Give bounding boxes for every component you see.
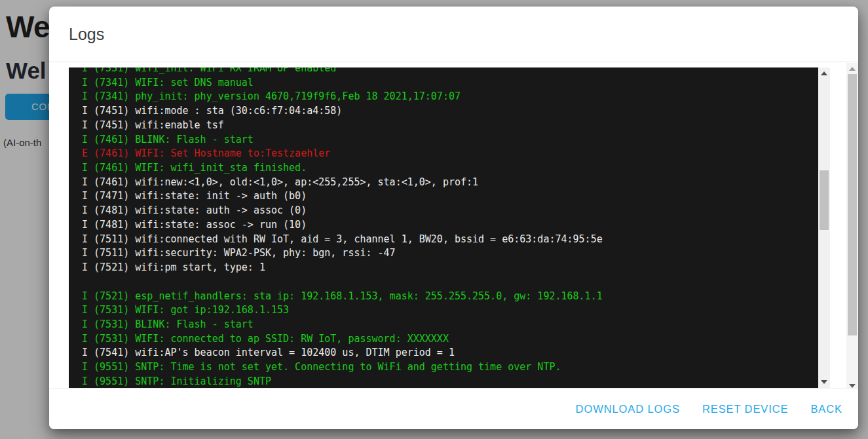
log-line: I (7471) wifi:state: init -> auth (b0) — [82, 189, 818, 204]
log-line — [82, 275, 818, 290]
log-line: I (7531) BLINK: Flash - start — [82, 318, 818, 332]
download-logs-button[interactable]: DOWNLOAD LOGS — [569, 398, 687, 421]
log-line: I (7461) wifi:new:<1,0>, old:<1,0>, ap:<… — [82, 176, 818, 190]
log-line: I (7461) WIFI: wifi_init_sta finished. — [82, 161, 818, 176]
log-scrollbar-thumb[interactable] — [820, 170, 829, 230]
log-console[interactable]: I (7331) wifi_init: WiFi RX IRAM OP enab… — [69, 67, 830, 388]
log-lines: I (7331) wifi_init: WiFi RX IRAM OP enab… — [69, 67, 818, 388]
log-line: I (7341) phy_init: phy_version 4670,719f… — [82, 90, 818, 104]
log-line: I (7521) wifi:pm start, type: 1 — [82, 261, 818, 275]
log-line: I (7511) wifi:connected with RW IoT, aid… — [82, 233, 818, 247]
log-line: I (7451) wifi:mode : sta (30:c6:f7:04:a4… — [82, 104, 818, 119]
dialog-title: Logs — [69, 25, 104, 44]
log-scrollbar[interactable] — [818, 67, 830, 388]
log-line: I (9551) SNTP: Initializing SNTP — [82, 375, 818, 388]
dialog-header: Logs — [49, 7, 858, 62]
log-line: I (7341) WIFI: set DNS manual — [82, 76, 818, 90]
log-line: I (7541) wifi:AP's beacon interval = 102… — [82, 346, 818, 360]
log-line: I (7481) wifi:state: assoc -> run (10) — [82, 218, 818, 233]
log-line: I (7461) BLINK: Flash - start — [82, 133, 818, 147]
scroll-up-icon[interactable] — [818, 67, 830, 79]
dialog-scrollbar-thumb[interactable] — [848, 74, 857, 335]
log-line: E (7461) WIFI: Set Hostname to:Testzaehl… — [82, 147, 818, 161]
log-line: I (7331) wifi_init: WiFi RX IRAM OP enab… — [82, 67, 818, 76]
log-line: I (7451) wifi:enable tsf — [82, 119, 818, 133]
scroll-down-icon[interactable] — [818, 377, 830, 388]
dialog-scrollbar[interactable] — [846, 63, 858, 392]
scroll-up-icon[interactable] — [846, 63, 858, 74]
log-line: I (7481) wifi:state: auth -> assoc (0) — [82, 204, 818, 218]
dialog-footer: DOWNLOAD LOGS RESET DEVICE BACK — [49, 388, 858, 429]
log-line: I (7511) wifi:security: WPA2-PSK, phy: b… — [82, 246, 818, 261]
log-line: I (7531) WIFI: connected to ap SSID: RW … — [82, 332, 818, 347]
logs-dialog: Logs I (7331) wifi_init: WiFi RX IRAM OP… — [49, 7, 858, 429]
log-line: I (7521) esp_netif_handlers: sta ip: 192… — [82, 290, 818, 304]
reset-device-button[interactable]: RESET DEVICE — [696, 398, 795, 421]
back-button[interactable]: BACK — [804, 398, 849, 421]
log-line: I (9551) SNTP: Time is not set yet. Conn… — [82, 360, 818, 375]
log-line: I (7531) WIFI: got ip:192.168.1.153 — [82, 303, 818, 318]
